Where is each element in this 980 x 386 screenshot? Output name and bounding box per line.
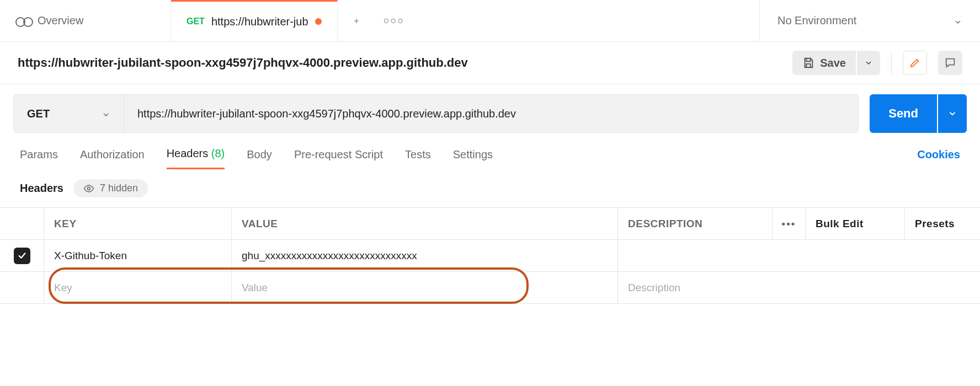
eye-icon bbox=[83, 183, 94, 194]
tab-params[interactable]: Params bbox=[20, 148, 58, 169]
row-checkbox[interactable] bbox=[0, 240, 44, 271]
chevron-down-icon bbox=[864, 58, 873, 67]
table-row-empty: Key Value Description bbox=[0, 272, 980, 304]
title-bar: https://hubwriter-jubilant-spoon-xxg4597… bbox=[0, 42, 980, 84]
environment-select[interactable]: No Environment bbox=[759, 0, 980, 41]
send-button-label: Send bbox=[888, 106, 918, 121]
save-options-button[interactable] bbox=[857, 51, 880, 75]
environment-label: No Environment bbox=[777, 14, 856, 27]
url-input[interactable] bbox=[124, 95, 858, 132]
tab-prerequest[interactable]: Pre-request Script bbox=[294, 148, 383, 169]
request-name: https://hubwriter-jubilant-spoon-xxg4597… bbox=[18, 56, 468, 70]
tab-body[interactable]: Body bbox=[247, 148, 272, 169]
headers-section-label: Headers bbox=[20, 182, 63, 195]
plus-icon bbox=[353, 15, 360, 27]
col-checkbox bbox=[0, 208, 44, 239]
method-select[interactable]: GET bbox=[14, 95, 124, 132]
separator bbox=[891, 52, 892, 74]
request-row: GET Send bbox=[0, 84, 980, 143]
method-url-group: GET bbox=[13, 94, 859, 133]
tab-method-label: GET bbox=[187, 17, 205, 26]
hidden-headers-toggle[interactable]: 7 hidden bbox=[73, 179, 148, 197]
tab-overview-label: Overview bbox=[38, 14, 83, 27]
save-icon bbox=[802, 57, 814, 69]
row-checkbox[interactable] bbox=[0, 272, 44, 303]
headers-section: Headers 7 hidden bbox=[0, 169, 980, 207]
header-value-input[interactable]: ghu_xxxxxxxxxxxxxxxxxxxxxxxxxxxxx bbox=[232, 240, 618, 271]
tab-more-button[interactable]: ○○○ bbox=[375, 0, 413, 41]
presets-label: Presets bbox=[915, 218, 955, 230]
bulk-edit-button[interactable]: Bulk Edit bbox=[806, 208, 905, 239]
save-button[interactable]: Save bbox=[792, 51, 856, 75]
svg-point-0 bbox=[87, 187, 90, 190]
header-value-input[interactable]: Value bbox=[232, 272, 618, 303]
cookies-link[interactable]: Cookies bbox=[917, 148, 960, 169]
tab-tests[interactable]: Tests bbox=[405, 148, 431, 169]
tab-request[interactable]: GET https://hubwriter-jubila bbox=[171, 0, 338, 41]
chevron-down-icon bbox=[947, 109, 957, 119]
comment-button[interactable] bbox=[938, 51, 962, 75]
pencil-icon bbox=[909, 57, 921, 69]
more-dots-icon: ••• bbox=[782, 218, 796, 230]
more-dots-icon: ○○○ bbox=[384, 15, 405, 26]
header-desc-input[interactable]: Description bbox=[618, 272, 980, 303]
new-tab-button[interactable] bbox=[338, 0, 375, 41]
comment-icon bbox=[944, 57, 956, 69]
header-key-input[interactable]: X-Github-Token bbox=[44, 240, 232, 271]
overview-icon bbox=[15, 15, 31, 27]
col-description: DESCRIPTION bbox=[618, 208, 773, 239]
table-row: X-Github-Token ghu_xxxxxxxxxxxxxxxxxxxxx… bbox=[0, 240, 980, 272]
tab-request-title: https://hubwriter-jubila bbox=[211, 15, 308, 28]
unsaved-dot-icon bbox=[315, 18, 322, 25]
col-more-button[interactable]: ••• bbox=[773, 208, 806, 239]
headers-table: KEY VALUE DESCRIPTION ••• Bulk Edit Pres… bbox=[0, 207, 980, 304]
header-key-input[interactable]: Key bbox=[44, 272, 232, 303]
tab-headers[interactable]: Headers (8) bbox=[167, 147, 225, 169]
tab-overview[interactable]: Overview bbox=[0, 0, 171, 41]
send-button[interactable]: Send bbox=[870, 94, 937, 133]
tab-settings[interactable]: Settings bbox=[453, 148, 493, 169]
table-header-row: KEY VALUE DESCRIPTION ••• Bulk Edit Pres… bbox=[0, 208, 980, 240]
col-value: VALUE bbox=[232, 208, 618, 239]
request-subtabs: Params Authorization Headers (8) Body Pr… bbox=[0, 143, 980, 169]
presets-button[interactable]: Presets bbox=[905, 208, 980, 239]
checkbox-checked-icon bbox=[14, 248, 30, 264]
headers-count: (8) bbox=[211, 147, 225, 159]
header-desc-input[interactable] bbox=[618, 240, 980, 271]
tab-authorization[interactable]: Authorization bbox=[80, 148, 145, 169]
hidden-headers-label: 7 hidden bbox=[100, 183, 138, 194]
send-options-button[interactable] bbox=[938, 94, 967, 133]
tab-headers-label: Headers bbox=[167, 147, 209, 159]
chevron-down-icon bbox=[102, 109, 110, 118]
edit-button[interactable] bbox=[903, 51, 927, 75]
tab-strip: Overview GET https://hubwriter-jubila ○○… bbox=[0, 0, 980, 42]
col-key: KEY bbox=[44, 208, 232, 239]
save-button-label: Save bbox=[820, 57, 846, 69]
method-label: GET bbox=[27, 108, 50, 120]
chevron-down-icon bbox=[954, 17, 962, 25]
